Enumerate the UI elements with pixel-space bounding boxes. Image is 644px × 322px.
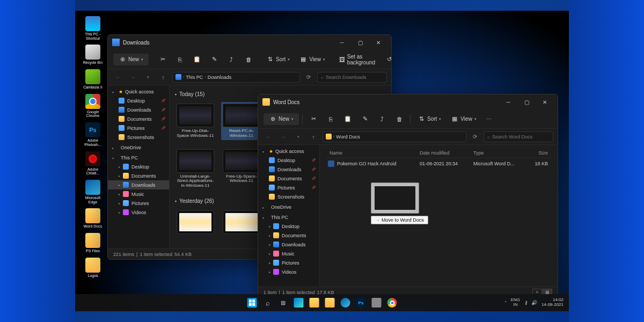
file-thumb[interactable]: Reset-PC-in-Windows-11 — [221, 102, 262, 140]
volume-icon[interactable]: 🔊 — [531, 300, 537, 305]
sort-button[interactable]: ⇅Sort▾ — [262, 54, 294, 65]
sidebar-item-pc-documents[interactable]: ▸Documents — [108, 171, 169, 180]
desktop-icon-chrome[interactable]: Google Chrome — [79, 93, 106, 119]
refresh-button[interactable]: ⟳ — [303, 72, 314, 83]
desktop-icon-photoshop[interactable]: PsAdobe Photosh... — [79, 121, 106, 148]
file-thumb[interactable]: Uninstall-Large-Sized-Applications-in-Wi… — [175, 148, 216, 190]
sidebar-item-pc-desktop[interactable]: ▸Desktop — [108, 162, 169, 171]
copy-button[interactable]: ⎘ — [323, 113, 338, 125]
file-list[interactable]: Name Date modified Type Size Pokemon GO … — [320, 145, 558, 287]
sidebar-item-desktop[interactable]: Desktop📌 — [258, 156, 319, 165]
task-view-button[interactable]: ⊞ — [276, 296, 290, 310]
paste-button[interactable]: 📋 — [340, 113, 355, 125]
share-button[interactable]: ⤴ — [375, 113, 390, 125]
more-button[interactable]: ⋯ — [482, 114, 495, 124]
col-date[interactable]: Date modified — [415, 150, 469, 156]
wifi-icon[interactable]: ⚷ — [524, 300, 528, 305]
sidebar-item-desktop[interactable]: Desktop📌 — [108, 96, 169, 105]
breadcrumb[interactable]: › Word Docs — [323, 131, 466, 142]
widgets-button[interactable] — [292, 296, 306, 310]
new-button[interactable]: ⊕New▾ — [264, 113, 299, 125]
sidebar-item-pc-downloads[interactable]: ▸Downloads — [258, 240, 319, 249]
sidebar-item-pictures[interactable]: Pictures📌 — [108, 123, 169, 133]
explorer-window-word-docs[interactable]: Word Docs ─ ▢ ✕ ⊕New▾ ✂ ⎘ 📋 ✎ ⤴ 🗑 ⇅Sort▾… — [258, 94, 558, 298]
sidebar-item-pc-videos[interactable]: ▸Videos — [108, 208, 169, 217]
sidebar-item-screenshots[interactable]: Screenshots — [258, 192, 319, 201]
cut-button[interactable]: ✂ — [306, 113, 321, 125]
delete-button[interactable]: 🗑 — [392, 113, 407, 125]
taskbar-app[interactable] — [370, 296, 384, 310]
sidebar-this-pc[interactable]: ▾This PC — [258, 213, 319, 222]
taskbar-app-explorer[interactable] — [323, 296, 337, 310]
breadcrumb[interactable]: › This PC › Downloads — [172, 72, 300, 83]
forward-button[interactable]: → — [127, 71, 139, 83]
col-name[interactable]: Name — [325, 150, 415, 156]
taskbar[interactable]: ⌕ ⊞ Ps ˄ ENG IN ⚷ 🔊 14:02 14-09-2021 — [75, 294, 569, 311]
sidebar-item-documents[interactable]: Documents📌 — [108, 114, 169, 123]
minimize-button[interactable]: ─ — [333, 36, 350, 49]
sidebar-item-pc-music[interactable]: ▸Music — [108, 189, 169, 199]
file-thumb[interactable]: Free-Up-Space-Windows-11 — [221, 148, 262, 190]
desktop-icon-edge[interactable]: Microsoft Edge — [79, 179, 106, 205]
sidebar-item-pc-pictures[interactable]: ▸Pictures — [258, 258, 319, 267]
start-button[interactable] — [245, 296, 259, 310]
sidebar-item-pc-desktop[interactable]: ▸Desktop — [258, 222, 319, 231]
close-button[interactable]: ✕ — [536, 96, 553, 108]
desktop-icon-logos[interactable]: Logos — [79, 257, 106, 279]
tray-chevron-icon[interactable]: ˄ — [504, 301, 507, 305]
sidebar-quick-access[interactable]: ▾★Quick access — [108, 87, 169, 96]
desktop-icon-this-pc[interactable]: This PC - Shortcut — [79, 15, 106, 41]
sidebar-item-pictures[interactable]: Pictures📌 — [258, 183, 319, 192]
search-input[interactable]: ⌕Search Downloads — [317, 72, 387, 83]
recent-button[interactable]: ▾ — [292, 131, 304, 143]
sidebar-this-pc[interactable]: ▾This PC — [108, 153, 169, 162]
forward-button[interactable]: → — [277, 131, 289, 143]
sidebar-quick-access[interactable]: ▾★Quick access — [258, 147, 319, 156]
maximize-button[interactable]: ▢ — [352, 36, 369, 49]
search-input[interactable]: ⌕Search Word Docs — [484, 131, 553, 142]
titlebar[interactable]: Word Docs ─ ▢ ✕ — [258, 94, 558, 109]
sidebar-item-downloads[interactable]: Downloads📌 — [258, 165, 319, 174]
sidebar-item-pc-downloads[interactable]: ▸Downloads — [108, 180, 169, 189]
sidebar-item-pc-music[interactable]: ▸Music — [258, 249, 319, 258]
search-button[interactable]: ⌕ — [261, 296, 275, 310]
rename-button[interactable]: ✎ — [357, 113, 372, 125]
cut-button[interactable]: ✂ — [155, 54, 170, 65]
sidebar-item-pc-pictures[interactable]: ▸Pictures — [108, 199, 169, 208]
view-button[interactable]: ▦View▾ — [447, 113, 480, 125]
refresh-button[interactable]: ⟳ — [470, 131, 480, 142]
copy-button[interactable]: ⎘ — [172, 54, 187, 65]
paste-button[interactable]: 📋 — [189, 54, 204, 65]
sidebar-item-downloads[interactable]: Downloads📌 — [108, 105, 169, 114]
column-headers[interactable]: Name Date modified Type Size — [325, 148, 552, 158]
titlebar[interactable]: Downloads ─ ▢ ✕ — [108, 35, 391, 50]
keyboard-indicator[interactable]: IN — [511, 303, 520, 308]
sidebar-item-pc-documents[interactable]: ▸Documents — [258, 231, 319, 240]
set-background-button[interactable]: 🖼Set as background — [335, 52, 380, 68]
rotate-left-button[interactable]: ↺Rotate left — [383, 52, 392, 68]
col-type[interactable]: Type — [469, 150, 523, 156]
share-button[interactable]: ⤴ — [224, 54, 239, 65]
desktop-icon-word-docs[interactable]: Word Docs — [79, 207, 106, 230]
recent-button[interactable]: ▾ — [142, 71, 154, 83]
file-thumb[interactable] — [175, 209, 216, 236]
file-thumb[interactable]: Free-Up-Disk-Space-Windows-11 — [175, 102, 216, 140]
taskbar-app-photoshop[interactable]: Ps — [354, 296, 368, 310]
desktop-icon-creative-cloud[interactable]: Adobe Creati... — [79, 150, 106, 177]
new-button[interactable]: ⊕New▾ — [113, 54, 149, 65]
back-button[interactable]: ← — [262, 131, 274, 143]
close-button[interactable]: ✕ — [370, 36, 387, 49]
sidebar-onedrive[interactable]: ▸OneDrive — [108, 143, 169, 152]
clock[interactable]: 14:02 14-09-2021 — [541, 298, 564, 308]
delete-button[interactable]: 🗑 — [241, 54, 256, 65]
sidebar-onedrive[interactable]: ▸OneDrive — [258, 203, 319, 211]
minimize-button[interactable]: ─ — [500, 96, 517, 108]
desktop-icon-recycle-bin[interactable]: Recycle Bin — [79, 43, 106, 66]
up-button[interactable]: ↑ — [308, 131, 319, 143]
file-row[interactable]: Pokemon GO Hack Android 01-09-2021 20:34… — [325, 158, 552, 169]
desktop-icon-ps-files[interactable]: PS Files — [79, 232, 106, 254]
view-button[interactable]: ▦View▾ — [296, 54, 329, 65]
taskbar-app-edge[interactable] — [339, 296, 353, 310]
up-button[interactable]: ↑ — [157, 71, 169, 83]
maximize-button[interactable]: ▢ — [518, 96, 535, 108]
